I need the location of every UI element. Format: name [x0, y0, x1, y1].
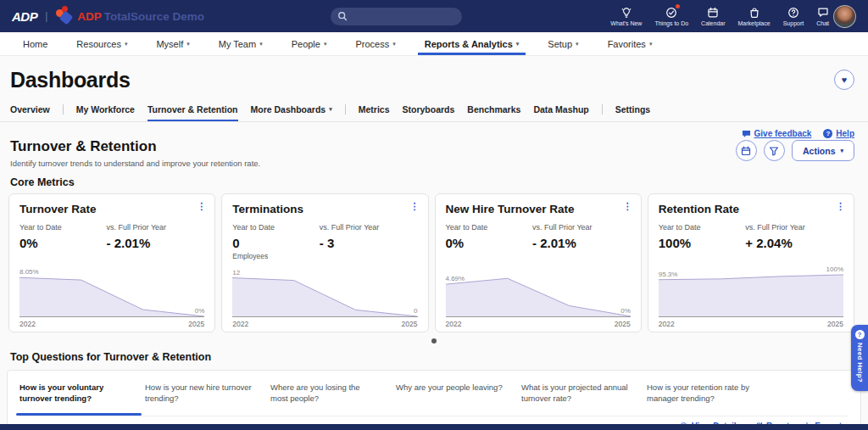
card-stats: Year to Date0%vs. Full Prior Year- 2.01% — [19, 223, 204, 250]
top-action-label: Things to Do — [654, 20, 688, 26]
top-action-label: What's New — [610, 20, 642, 26]
nav-item-myself[interactable]: Myself▾ — [142, 32, 203, 55]
date-range-button[interactable] — [736, 140, 757, 161]
metric-card-turnover-rate: Turnover Rate⋮Year to Date0%vs. Full Pri… — [8, 193, 215, 332]
section-subtitle: Identify turnover trends to understand a… — [10, 159, 260, 168]
tab-storyboards[interactable]: Storyboards — [402, 104, 454, 121]
stat-prior: vs. Full Prior Year+ 2.04% — [745, 223, 832, 250]
actions-button[interactable]: Actions ▾ — [792, 140, 854, 161]
page-content: Dashboards ♥ OverviewMy WorkforceTurnove… — [0, 56, 868, 430]
tab-label: My Workforce — [76, 104, 135, 114]
question-tab-how-is-your-new-hire-turnover-trending[interactable]: How is your new hire turnover trending? — [145, 382, 253, 416]
tab-my-workforce[interactable]: My Workforce — [76, 104, 135, 121]
bag-icon — [748, 6, 760, 19]
question-tab-how-is-your-retention-rate-by-manager-tr[interactable]: How is your retention rate by manager tr… — [647, 382, 755, 416]
question-tab-why-are-your-people-leaving[interactable]: Why are your people leaving? — [396, 382, 504, 416]
tab-more-dashboards[interactable]: More Dashboards▾ — [251, 104, 332, 121]
chat-icon — [817, 6, 829, 19]
brand-name-product: TotalSource Demo — [104, 10, 204, 23]
chevron-down-icon: ▾ — [324, 41, 327, 47]
kebab-menu-icon[interactable]: ⋮ — [197, 201, 206, 212]
chevron-down-icon: ▾ — [259, 41, 263, 47]
chevron-down-icon: ▾ — [649, 41, 653, 47]
lightbulb-icon — [620, 6, 632, 19]
stat-value: 0 — [232, 236, 320, 250]
chart-end-value: 0% — [195, 307, 205, 315]
x-axis-start-label: 2022 — [446, 320, 462, 328]
tab-label: Data Mashup — [533, 104, 588, 114]
tab-benchmarks[interactable]: Benchmarks — [467, 104, 520, 121]
nav-item-process[interactable]: Process▾ — [341, 32, 409, 55]
stat-label: Year to Date — [19, 223, 107, 232]
card-stats: Year to Date0%vs. Full Prior Year- 2.01% — [446, 223, 631, 250]
stat-label: vs. Full Prior Year — [745, 223, 832, 232]
kebab-menu-icon[interactable]: ⋮ — [623, 201, 632, 212]
give-feedback-link[interactable]: Give feedback — [742, 129, 812, 138]
stat-prior: vs. Full Prior Year- 2.01% — [107, 223, 194, 250]
stat-value: 0% — [19, 236, 107, 250]
card-title: Retention Rate — [659, 203, 843, 215]
chart-x-axis: 20222025 — [659, 320, 843, 328]
tab-label: Settings — [615, 104, 650, 114]
tab-metrics[interactable]: Metrics — [359, 104, 390, 121]
tab-data-mashup[interactable]: Data Mashup — [533, 104, 588, 121]
carousel-dot[interactable] — [431, 338, 437, 343]
chart-x-axis: 20222025 — [446, 320, 631, 328]
global-search[interactable] — [331, 8, 462, 25]
chevron-down-icon: ▾ — [840, 148, 843, 154]
x-axis-start-label: 2022 — [19, 320, 36, 328]
nav-item-my-team[interactable]: My Team▾ — [204, 32, 277, 55]
nav-item-people[interactable]: People▾ — [277, 32, 342, 55]
need-help-tab[interactable]: ? Need Help? — [851, 325, 868, 391]
adp-logo: ADP — [12, 9, 37, 24]
filter-button[interactable] — [764, 140, 785, 161]
card-title: Turnover Rate — [19, 203, 204, 215]
tab-settings[interactable]: Settings — [615, 104, 650, 121]
kebab-menu-icon[interactable]: ⋮ — [836, 201, 845, 212]
metric-card-new-hire-turnover-rate: New Hire Turnover Rate⋮Year to Date0%vs.… — [435, 193, 642, 332]
nav-item-resources[interactable]: Resources▾ — [62, 32, 142, 55]
tab-separator — [345, 104, 346, 114]
sparkline-turnover-rate: 8.05%0% — [19, 263, 204, 317]
chart-start-value: 95.3% — [659, 271, 678, 278]
top-action-calendar[interactable]: Calendar — [701, 6, 725, 26]
question-tab-what-is-your-projected-annual-turnover-r[interactable]: What is your projected annual turnover r… — [521, 382, 630, 416]
top-action-what-s-new[interactable]: What's New — [610, 6, 642, 26]
dashboard-tabs: OverviewMy WorkforceTurnover & Retention… — [10, 104, 868, 121]
x-axis-end-label: 2025 — [827, 320, 843, 328]
carousel-dots — [0, 338, 868, 343]
user-avatar[interactable] — [833, 5, 856, 28]
nav-item-reports-analytics[interactable]: Reports & Analytics▾ — [410, 32, 534, 55]
need-help-label: Need Help? — [856, 343, 864, 383]
favorite-button[interactable]: ♥ — [834, 70, 854, 90]
primary-nav: HomeResources▾Myself▾My Team▾People▾Proc… — [0, 32, 868, 56]
tab-turnover-retention[interactable]: Turnover & Retention — [147, 104, 238, 121]
tab-overview[interactable]: Overview — [10, 104, 50, 121]
feedback-chat-icon — [742, 130, 751, 138]
unit-label — [19, 252, 204, 263]
stat-label: vs. Full Prior Year — [107, 223, 194, 232]
nav-item-label: Process — [355, 39, 389, 49]
question-tab-where-are-you-losing-the-most-people[interactable]: Where are you losing the most people? — [270, 382, 379, 416]
help-link[interactable]: ? Help — [823, 129, 854, 138]
kebab-menu-icon[interactable]: ⋮ — [410, 201, 420, 212]
unit-label — [446, 252, 631, 263]
top-action-chat[interactable]: Chat — [816, 6, 829, 26]
dashboard-tabs-wrap: OverviewMy WorkforceTurnover & Retention… — [0, 104, 868, 122]
nav-item-setup[interactable]: Setup▾ — [533, 32, 593, 55]
search-input[interactable] — [352, 12, 445, 21]
unit-label: Employees — [232, 252, 417, 263]
tab-label: Metrics — [359, 104, 390, 114]
stat-label: vs. Full Prior Year — [532, 223, 620, 232]
tab-label: Benchmarks — [467, 104, 520, 114]
top-action-support[interactable]: Support — [783, 6, 804, 26]
top-action-things-to-do[interactable]: Things to Do — [654, 6, 688, 26]
card-stats: Year to Date100%vs. Full Prior Year+ 2.0… — [659, 223, 843, 250]
nav-item-home[interactable]: Home — [8, 32, 62, 55]
top-action-marketplace[interactable]: Marketplace — [738, 6, 771, 26]
chevron-down-icon: ▾ — [576, 41, 579, 47]
tab-label: Turnover & Retention — [147, 104, 238, 114]
core-metrics-label: Core Metrics — [10, 176, 868, 188]
nav-item-favorites[interactable]: Favorites▾ — [593, 32, 667, 55]
question-tab-how-is-your-voluntary-turnover-trending[interactable]: How is your voluntary turnover trending? — [19, 382, 128, 416]
